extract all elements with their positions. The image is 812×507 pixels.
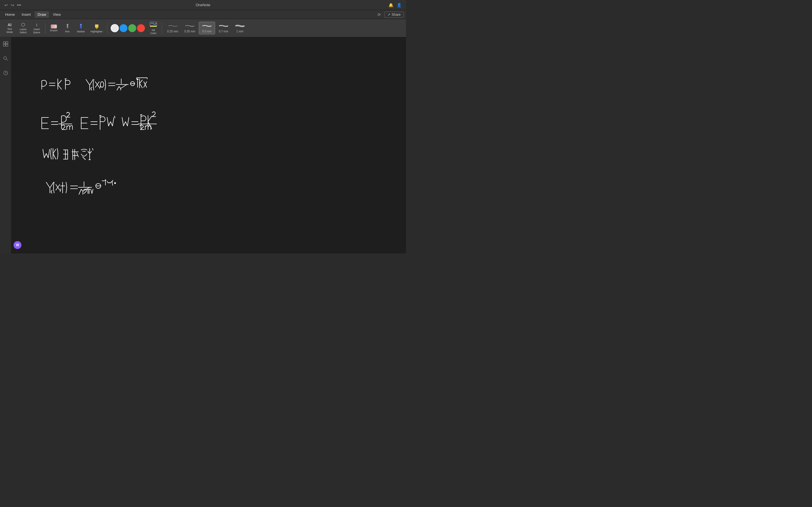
svg-point-15 [4, 57, 6, 59]
eraser-icon [51, 24, 57, 29]
title-bar-controls: 🔔 👤 [389, 3, 402, 7]
ink-color-button[interactable]: InkColor [147, 20, 160, 36]
redo-button[interactable]: ↪ [11, 3, 14, 7]
sidebar-pages-icon[interactable] [1, 40, 10, 50]
pen-icon [65, 23, 70, 30]
separator-2 [107, 22, 107, 34]
share-icon: ↗ [388, 13, 390, 17]
color-green[interactable] [128, 24, 136, 32]
undo-button[interactable]: ↩ [4, 3, 8, 7]
menu-bar-right: ⟳ ↗ Share [377, 11, 404, 18]
color-white[interactable] [111, 24, 119, 32]
canvas-area[interactable]: W [11, 37, 406, 253]
highlighter-label: Highlighter [91, 30, 103, 33]
svg-rect-11 [3, 42, 5, 44]
toolbar: AI TextMode ⬡ LassoSelect ↕ InsertSpace … [0, 19, 406, 37]
title-bar-left: ↩ ↪ ••• [4, 3, 21, 7]
stroke-0.7mm-label: 0.7 mm [219, 30, 228, 33]
pen-button[interactable]: Pen [61, 22, 73, 34]
stroke-0.35mm[interactable]: 0.35 mm [182, 22, 198, 34]
canvas-content [11, 37, 406, 253]
svg-point-27 [137, 79, 138, 80]
avatar[interactable]: W [13, 241, 21, 249]
insert-space-icon: ↕ [36, 22, 38, 27]
svg-rect-13 [3, 44, 5, 46]
svg-point-21 [100, 82, 104, 87]
color-swatches [110, 24, 146, 32]
more-button[interactable]: ••• [17, 3, 21, 7]
ink-color-icon [149, 21, 157, 28]
sidebar [0, 37, 11, 253]
separator-3 [162, 22, 162, 34]
title-bar: ↩ ↪ ••• OneNote 🔔 👤 [0, 0, 406, 10]
stroke-1mm[interactable]: 1 mm [232, 22, 248, 34]
stroke-0.35mm-label: 0.35 mm [185, 30, 195, 33]
menu-home[interactable]: Home [2, 11, 18, 18]
eraser-button[interactable]: Eraser [48, 23, 60, 33]
marker-label: Marker [77, 30, 85, 33]
svg-marker-4 [80, 28, 82, 29]
stroke-size-buttons: 0.25 mm 0.35 mm 0.5 mm 0.7 mm [164, 22, 248, 34]
eraser-label: Eraser [50, 29, 58, 32]
ink-color-label: InkColor [150, 29, 156, 35]
menu-draw[interactable]: Draw [35, 11, 49, 18]
sidebar-history-icon[interactable] [1, 69, 10, 78]
color-red[interactable] [137, 24, 145, 32]
svg-rect-5 [80, 24, 82, 25]
stroke-0.5mm-label: 0.5 mm [202, 30, 211, 33]
marker-button[interactable]: Marker [75, 22, 87, 34]
handwriting-canvas [11, 37, 406, 253]
marker-icon [79, 23, 84, 30]
svg-marker-1 [67, 28, 68, 29]
text-mode-button[interactable]: AI TextMode [3, 21, 16, 35]
lasso-select-icon: ⬡ [21, 22, 25, 27]
color-blue[interactable] [119, 24, 128, 32]
lasso-select-label: LassoSelect [19, 28, 27, 34]
highlighter-icon [94, 23, 100, 30]
svg-point-44 [105, 180, 106, 181]
refresh-icon[interactable]: ⟳ [377, 12, 381, 17]
stroke-1mm-label: 1 mm [236, 30, 243, 33]
notification-icon[interactable]: 🔔 [389, 3, 393, 7]
insert-space-label: InsertSpace [33, 28, 40, 34]
stroke-0.5mm[interactable]: 0.5 mm [199, 22, 215, 34]
stroke-0.25mm[interactable]: 0.25 mm [164, 22, 181, 34]
svg-rect-12 [6, 42, 8, 44]
svg-rect-2 [67, 24, 68, 25]
menu-insert[interactable]: Insert [19, 11, 34, 18]
lasso-select-button[interactable]: ⬡ LassoSelect [17, 21, 29, 35]
svg-marker-7 [95, 27, 98, 29]
svg-line-16 [6, 59, 8, 61]
app-title: OneNote [196, 3, 210, 7]
stroke-0.7mm[interactable]: 0.7 mm [216, 22, 232, 34]
menu-view[interactable]: View [50, 11, 64, 18]
stroke-0.25mm-label: 0.25 mm [167, 30, 178, 33]
share-button[interactable]: ↗ Share [384, 11, 404, 18]
pen-label: Pen [65, 30, 70, 33]
sidebar-search-icon[interactable] [1, 54, 10, 64]
separator-1 [45, 22, 45, 34]
text-mode-label: TextMode [6, 27, 13, 34]
insert-space-button[interactable]: ↕ InsertSpace [31, 21, 43, 35]
menu-bar: Home Insert Draw View ⟳ ↗ Share [0, 10, 406, 19]
account-icon[interactable]: 👤 [397, 3, 402, 7]
svg-rect-8 [95, 24, 98, 25]
svg-rect-14 [6, 44, 8, 46]
main-layout: W [0, 37, 406, 253]
text-mode-icon: AI [8, 22, 11, 27]
svg-point-45 [114, 182, 116, 184]
highlighter-button[interactable]: Highlighter [88, 22, 105, 34]
